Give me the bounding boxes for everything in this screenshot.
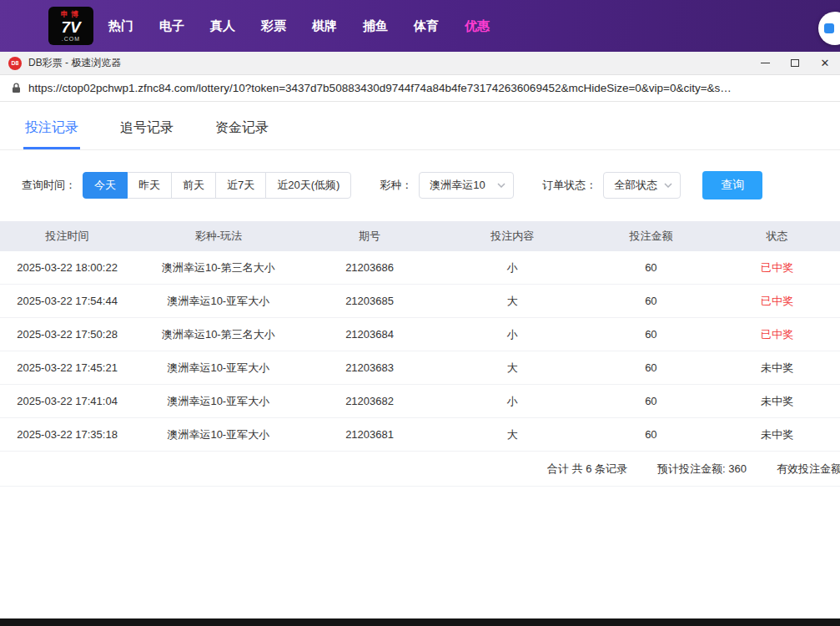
tab-bet-records[interactable]: 投注记录 [23,107,80,149]
status-badge: 已中奖 [714,294,840,309]
chevron-down-icon [664,183,672,188]
window-controls: ✕ [750,52,840,74]
status-badge: 未中奖 [714,427,840,442]
status-badge: 已中奖 [714,327,840,342]
time-filter-yesterday[interactable]: 昨天 [127,172,172,199]
bet-content: 小 [437,394,588,409]
logo-text-cn: 申博 [61,11,81,18]
game-type: 澳洲幸运10-亚军大小 [134,294,302,309]
taskbar-strip [0,618,840,626]
bet-time: 2025-03-22 17:54:44 [0,295,134,307]
time-filter-label: 查询时间： [22,178,76,193]
bet-content: 小 [437,260,588,275]
status-badge: 未中奖 [714,394,840,409]
bet-content: 小 [437,327,588,342]
tab-fund-records[interactable]: 资金记录 [214,107,270,149]
floating-service-button[interactable] [818,12,840,45]
service-icon [824,23,834,33]
expected-bet-amount: 预计投注金额: 360 [657,462,747,477]
bet-time: 2025-03-22 17:45:21 [0,361,134,374]
nav-item-live[interactable]: 真人 [210,18,235,34]
top-nav: 申博 7V .COM 热门 电子 真人 彩票 棋牌 捕鱼 体育 优惠 [0,0,840,52]
lottery-select-value: 澳洲幸运10 [430,178,485,193]
url-text: https://ctop02pchwp1.zfnc84.com/lottery/… [28,82,828,94]
lock-icon [12,83,21,93]
time-filter-last20days[interactable]: 近20天(低频) [265,172,351,199]
nav-item-lottery[interactable]: 彩票 [261,18,286,34]
nav-item-fishing[interactable]: 捕鱼 [363,18,388,34]
game-type: 澳洲幸运10-亚军大小 [134,394,302,409]
time-filter-last7days[interactable]: 近7天 [215,172,266,199]
table-row: 2025-03-22 17:54:44 澳洲幸运10-亚军大小 21203685… [0,285,840,318]
table-row: 2025-03-22 18:00:22 澳洲幸运10-第三名大小 2120368… [0,251,840,285]
lottery-select-label: 彩种： [380,178,412,193]
game-type: 澳洲幸运10-第三名大小 [134,260,302,275]
bet-time: 2025-03-22 17:41:04 [0,395,134,407]
table-header: 投注时间 彩种-玩法 期号 投注内容 投注金额 状态 [0,221,840,251]
lottery-select[interactable]: 澳洲幸运10 [419,172,514,199]
header-game-type: 彩种-玩法 [134,229,302,244]
game-type: 澳洲幸运10-亚军大小 [134,427,302,442]
header-bet-amount: 投注金额 [588,229,714,244]
bet-amount: 60 [588,395,714,407]
records-table: 投注时间 彩种-玩法 期号 投注内容 投注金额 状态 2025-03-22 18… [0,221,840,452]
bet-time: 2025-03-22 17:35:18 [0,428,134,441]
logo-text-com: .COM [62,36,80,42]
address-bar[interactable]: https://ctop02pchwp1.zfnc84.com/lottery/… [0,75,840,102]
issue-number: 21203686 [303,261,437,274]
time-filter-today[interactable]: 今天 [83,172,128,199]
minimize-button[interactable] [750,52,780,74]
issue-number: 21203684 [303,328,437,341]
time-filter-day-before[interactable]: 前天 [171,172,216,199]
bet-content: 大 [437,361,588,376]
site-logo[interactable]: 申博 7V .COM [48,7,93,45]
header-bet-time: 投注时间 [0,229,134,244]
filter-bar: 查询时间： 今天 昨天 前天 近7天 近20天(低频) 彩种： 澳洲幸运10 订… [22,171,818,199]
bet-content: 大 [437,294,588,309]
order-status-label: 订单状态： [542,178,596,193]
nav-item-promo[interactable]: 优惠 [465,18,490,34]
game-type: 澳洲幸运10-第三名大小 [134,327,302,342]
header-issue: 期号 [303,229,437,244]
order-status-select[interactable]: 全部状态 [603,172,681,199]
close-button[interactable]: ✕ [810,52,840,74]
nav-item-hot[interactable]: 热门 [108,18,133,34]
bet-amount: 60 [588,361,714,374]
browser-titlebar: D8 DB彩票 - 极速浏览器 ✕ [0,52,840,75]
chevron-down-icon [497,183,506,188]
bet-amount: 60 [588,328,714,341]
nav-item-board-games[interactable]: 棋牌 [312,18,337,34]
header-bet-content: 投注内容 [437,229,588,244]
issue-number: 21203682 [303,395,437,407]
main-nav: 热门 电子 真人 彩票 棋牌 捕鱼 体育 优惠 [108,18,490,34]
query-button[interactable]: 查询 [702,171,762,199]
status-badge: 已中奖 [714,260,840,275]
time-range-group: 今天 昨天 前天 近7天 近20天(低频) [83,172,351,199]
header-status: 状态 [714,229,840,244]
table-row: 2025-03-22 17:50:28 澳洲幸运10-第三名大小 2120368… [0,318,840,351]
nav-item-sports[interactable]: 体育 [414,18,439,34]
minimize-icon [761,63,770,63]
issue-number: 21203681 [303,428,437,441]
nav-item-electronic[interactable]: 电子 [159,18,184,34]
bet-time: 2025-03-22 17:50:28 [0,328,134,341]
issue-number: 21203683 [303,361,437,374]
maximize-button[interactable] [780,52,810,74]
table-row: 2025-03-22 17:45:21 澳洲幸运10-亚军大小 21203683… [0,351,840,385]
valid-bet-amount: 有效投注金额 [777,462,840,477]
window-title: DB彩票 - 极速浏览器 [28,56,121,70]
bet-amount: 60 [588,428,714,441]
bet-content: 大 [437,427,588,442]
table-row: 2025-03-22 17:35:18 澳洲幸运10-亚军大小 21203681… [0,418,840,452]
bet-time: 2025-03-22 18:00:22 [0,261,134,274]
screen: 申博 7V .COM 热门 电子 真人 彩票 棋牌 捕鱼 体育 优惠 D8 DB… [0,0,840,626]
total-records: 合计 共 6 条记录 [547,462,627,477]
order-status-value: 全部状态 [614,178,657,193]
tab-bar: 投注记录 追号记录 资金记录 [0,107,840,150]
maximize-icon [791,59,799,67]
issue-number: 21203685 [303,295,437,307]
logo-text-7v: 7V [61,19,80,35]
tab-chase-records[interactable]: 追号记录 [118,107,175,149]
summary-bar: 合计 共 6 条记录 预计投注金额: 360 有效投注金额 [0,452,840,487]
bet-amount: 60 [588,261,714,274]
